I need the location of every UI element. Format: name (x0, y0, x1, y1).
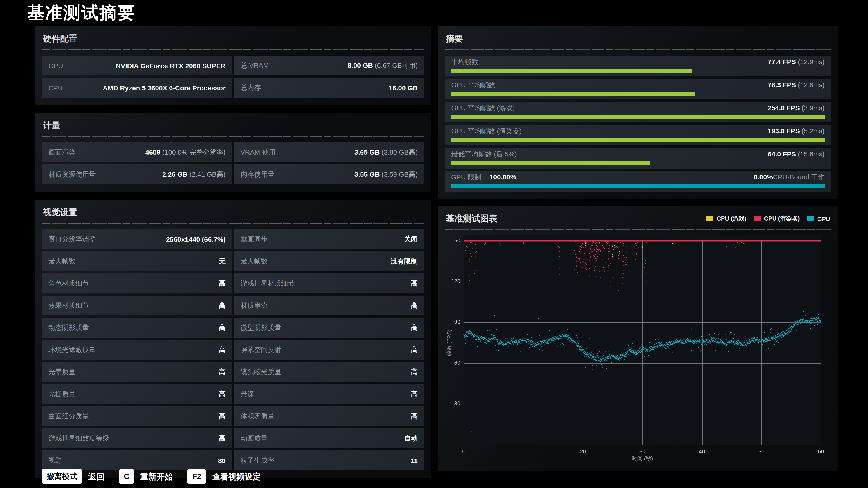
restart-keycap[interactable]: C (119, 469, 134, 484)
setting-cell: 视野80 (42, 451, 232, 470)
gpu-limit-label: GPU 限制 (451, 173, 481, 182)
divider (42, 49, 424, 50)
divider (42, 223, 424, 224)
cell-value: 高 (219, 301, 225, 310)
cpu-bound-value: 0.00% (754, 173, 773, 181)
summary-row-ms: (12.8ms) (798, 81, 825, 89)
video-settings-label: 查看视频设定 (212, 471, 261, 482)
cell-value: 高 (219, 390, 225, 398)
fps-bar (451, 92, 695, 96)
cell-label: 景深 (241, 390, 254, 398)
cell-secondary-value: (3.59 GB高) (380, 170, 418, 178)
video-settings-keycap[interactable]: F2 (187, 469, 206, 484)
cell-label: 总 VRAM (241, 61, 269, 70)
setting-cell: 画面渲染4609 (100.0% 完整分辨率) (42, 142, 232, 162)
setting-cell: 总内存16.00 GB (234, 78, 424, 98)
cell-value: 高 (411, 412, 418, 420)
cell-label: 动画质量 (241, 434, 268, 443)
cell-value: 高 (219, 412, 225, 420)
chart-panel-title: 基准测试图表 (446, 213, 497, 225)
cell-value: 3.65 GB (3.80 GB高) (354, 148, 418, 157)
summary-row: GPU 平均帧数 (游戏)254.0 FPS (3.9ms) (445, 102, 831, 123)
cell-value: 高 (411, 346, 418, 354)
summary-row-value: 78.3 FPS (12.8ms) (768, 81, 825, 89)
cell-label: 材质串流 (241, 301, 268, 310)
cell-label: 屏幕空间反射 (241, 346, 281, 354)
setting-cell: 动态阴影质量高 (42, 318, 232, 337)
cell-secondary-value: (2.41 GB高) (188, 170, 225, 178)
summary-row: GPU 平均帧数78.3 FPS (12.8ms) (445, 78, 831, 99)
cell-value: 高 (219, 323, 225, 332)
setting-cell: 材质串流高 (234, 295, 424, 315)
summary-row-label: 平均帧数 (451, 58, 478, 66)
summary-row-label: GPU 平均帧数 (渲染器) (451, 127, 522, 135)
content-columns: 硬件配置 GPUNVIDIA GeForce RTX 2060 SUPER总 V… (0, 26, 868, 478)
summary-row-value: 77.4 FPS (12.9ms) (768, 58, 825, 66)
cpu-bound-label: CPU-Bound 工作 (773, 173, 825, 181)
cell-value: 高 (411, 279, 418, 288)
cell-label: 粒子生成率 (241, 456, 274, 465)
chart-legend: CPU (游戏) CPU (渲染器) GPU (706, 215, 830, 223)
cell-value: 高 (219, 367, 225, 376)
summary-row-value: 254.0 FPS (3.9ms) (768, 104, 825, 111)
cell-label: 微型阴影质量 (241, 323, 281, 332)
cell-label: 动态阴影质量 (49, 323, 89, 332)
benchmark-summary-screen: 基准测试摘要 硬件配置 GPUNVIDIA GeForce RTX 2060 S… (0, 1, 868, 488)
panel-hardware: 硬件配置 GPUNVIDIA GeForce RTX 2060 SUPER总 V… (35, 26, 431, 105)
cell-value: 2.26 GB (2.41 GB高) (162, 170, 225, 179)
fps-bar-track (451, 69, 825, 73)
visual-panel-title: 视觉设置 (43, 206, 424, 218)
cell-label: 垂直同步 (241, 235, 268, 243)
summary-rows: 平均帧数77.4 FPS (12.9ms)GPU 平均帧数78.3 FPS (1… (445, 56, 831, 168)
visual-settings-cells: 窗口分辨率调整2560x1440 (66.7%)垂直同步关闭最大帧数无最大帧数没… (42, 229, 424, 470)
cell-secondary-value: (6.67 GB可用) (373, 61, 418, 69)
right-column: 摘要 平均帧数77.4 FPS (12.9ms)GPU 平均帧数78.3 FPS… (438, 26, 838, 471)
setting-cell: 体积雾质量高 (234, 406, 424, 426)
cell-label: CPU (49, 84, 63, 92)
cell-value: 高 (411, 323, 418, 332)
cell-value: 高 (411, 390, 418, 398)
cell-secondary-value: (100.0% 完整分辨率) (160, 148, 225, 156)
cell-value: 关闭 (404, 235, 418, 243)
cell-value: 16.00 GB (389, 84, 418, 92)
setting-cell: 垂直同步关闭 (234, 229, 424, 249)
summary-row-ms: (12.9ms) (798, 58, 825, 66)
summary-panel-title: 摘要 (446, 33, 831, 45)
restart-label: 重新开始 (141, 471, 173, 482)
legend-item-cpu-render: CPU (渲染器) (754, 215, 800, 223)
divider (445, 49, 831, 50)
cell-label: 材质资源使用量 (49, 170, 96, 179)
metrics-cells: 画面渲染4609 (100.0% 完整分辨率)VRAM 使用3.65 GB (3… (42, 142, 424, 184)
fps-bar-track (451, 138, 825, 142)
summary-row-ms: (5.2ms) (802, 127, 825, 135)
cell-label: 画面渲染 (49, 148, 75, 157)
setting-cell: 最大帧数无 (42, 251, 232, 271)
cell-value: 高 (219, 279, 225, 288)
benchmark-chart-canvas (445, 235, 831, 464)
cell-label: 视野 (49, 456, 62, 465)
cell-label: 最大帧数 (49, 257, 75, 265)
setting-cell: 环境光遮蔽质量高 (42, 340, 232, 360)
hint-back[interactable]: 撤离模式 返回 (41, 469, 104, 484)
gpu-limit-bar-track (451, 184, 825, 188)
cell-value: 11 (410, 457, 418, 464)
hint-video-settings[interactable]: F2 查看视频设定 (187, 469, 261, 484)
setting-cell: CPUAMD Ryzen 5 3600X 6-Core Processor (42, 78, 232, 98)
legend-label: CPU (渲染器) (764, 215, 800, 223)
setting-cell: 窗口分辨率调整2560x1440 (66.7%) (42, 229, 232, 249)
summary-row-value: 64.0 FPS (15.6ms) (768, 150, 825, 158)
summary-row: GPU 平均帧数 (渲染器)193.0 FPS (5.2ms) (445, 125, 831, 145)
hint-restart[interactable]: C 重新开始 (119, 469, 173, 484)
cell-label: 角色材质细节 (49, 279, 89, 288)
left-column: 硬件配置 GPUNVIDIA GeForce RTX 2060 SUPER总 V… (35, 26, 431, 478)
hardware-cells: GPUNVIDIA GeForce RTX 2060 SUPER总 VRAM8.… (42, 56, 424, 98)
setting-cell: 最大帧数没有限制 (234, 251, 424, 271)
cell-label: 窗口分辨率调整 (49, 235, 96, 243)
gpu-limit-bar (451, 184, 825, 188)
setting-cell: 效果材质细节高 (42, 295, 232, 315)
back-keycap[interactable]: 撤离模式 (41, 469, 82, 484)
gpu-limit-row: GPU 限制 100.00% 0.00%CPU-Bound 工作 (445, 171, 831, 192)
cell-value: NVIDIA GeForce RTX 2060 SUPER (116, 62, 225, 69)
cell-label: 光晕质量 (49, 367, 75, 376)
cell-value: 8.00 GB (6.67 GB可用) (348, 61, 418, 70)
